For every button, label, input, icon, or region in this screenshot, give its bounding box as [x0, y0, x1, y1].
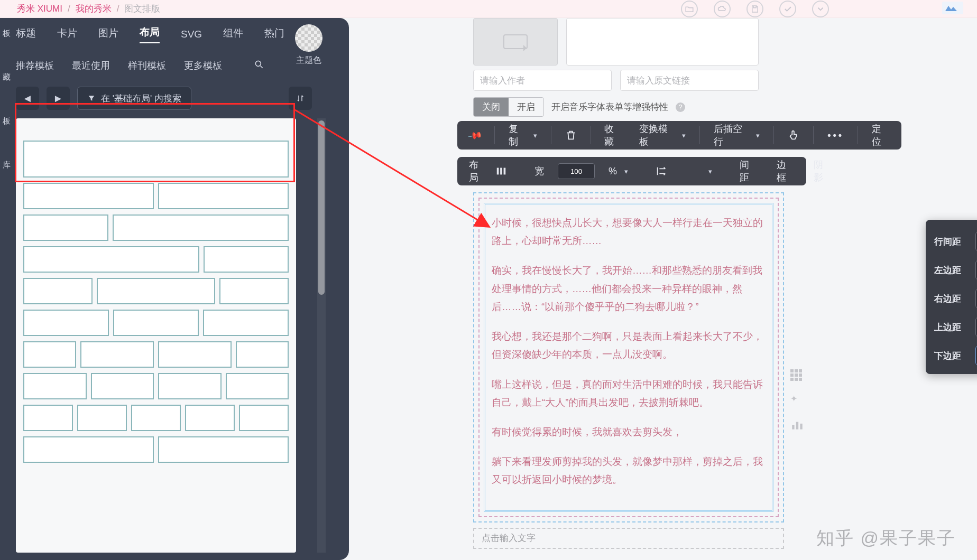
border-button[interactable]: 边框 — [773, 156, 789, 186]
folder-icon[interactable] — [681, 1, 698, 17]
copy-button[interactable]: 复制 — [505, 120, 540, 150]
enhance-label: 开启音乐字体表单等增强特性 — [551, 101, 668, 113]
layout-template[interactable] — [23, 405, 289, 431]
delete-button[interactable] — [562, 127, 580, 143]
nav-back-button[interactable]: ◄ — [16, 87, 39, 110]
crumb-mine[interactable]: 我的秀米 — [76, 3, 112, 15]
tab-title[interactable]: 标题 — [16, 26, 36, 43]
article-p[interactable]: 有时候觉得累的时候，我就喜欢去剪头发， — [492, 423, 766, 441]
article-p[interactable]: 躺下来看理发师剪掉我的头发，就像梦中那样，剪掉之后，我又可以折返回小时候的梦境。 — [492, 453, 766, 489]
svg-rect-8 — [800, 424, 802, 430]
svg-point-1 — [255, 61, 261, 66]
crumb-current: 图文排版 — [124, 3, 160, 15]
layout-template[interactable] — [23, 278, 289, 304]
article-p[interactable]: 我心想，我还是那个二狗啊，只是表面上看起来长大了不少，但资深傻缺少年的本质，一点… — [492, 328, 766, 363]
layout-label: 布局 — [466, 156, 482, 186]
width-label: 宽 — [531, 163, 547, 180]
title-input[interactable] — [566, 18, 759, 66]
favorite-button[interactable]: 收藏 — [601, 120, 625, 150]
cloud-icon[interactable] — [714, 1, 731, 17]
layout-template[interactable] — [23, 341, 289, 368]
svg-rect-3 — [497, 168, 499, 175]
footer-text-placeholder[interactable]: 点击输入文字 — [473, 528, 784, 549]
enhance-toggle[interactable]: 关闭 开启 — [473, 97, 544, 117]
subtab-recent[interactable]: 最近使用 — [72, 59, 110, 72]
save-icon[interactable] — [746, 1, 763, 17]
watermark: 知乎 @果子果子 — [816, 526, 956, 550]
brand-logo — [942, 2, 963, 14]
top-breadcrumb: 秀米 XIUMI / 我的秀米 / 图文排版 — [0, 0, 977, 18]
tab-layout[interactable]: 布局 — [140, 25, 160, 43]
slim-tab-2[interactable]: 板 — [3, 116, 11, 126]
layout-template[interactable] — [23, 246, 289, 273]
pin-icon[interactable]: 📌 — [463, 124, 486, 147]
layout-template[interactable] — [23, 373, 289, 399]
swap-template-button[interactable]: 变换模板 — [636, 120, 689, 150]
theme-color-swatch[interactable] — [295, 24, 322, 52]
nav-fwd-button[interactable]: ► — [47, 87, 70, 110]
subtab-more[interactable]: 更多模板 — [184, 59, 222, 72]
more-icon[interactable]: ••• — [824, 128, 847, 143]
bars-icon[interactable] — [790, 418, 804, 432]
article-p[interactable]: 确实，我在慢慢长大了，我开始……和那些熟悉的朋友看到我处理事情的方式，……他们都… — [492, 262, 766, 316]
insert-blank-button[interactable]: 后插空行 — [711, 120, 763, 150]
article-p[interactable]: 嘴上这样说，但是，真的面对生活中困难的时候，我只能告诉自己，戴上“大人”的面具出… — [492, 376, 766, 412]
tab-image[interactable]: 图片 — [98, 26, 118, 43]
slim-tab-0[interactable]: 板 — [3, 29, 11, 39]
pad-top-label: 上边距 — [934, 321, 968, 333]
layout-template[interactable] — [23, 310, 289, 336]
locate-button[interactable]: 定位 — [869, 120, 893, 150]
layout-search-pill[interactable]: 在 '基础布局' 内搜索 — [77, 87, 191, 110]
article-p[interactable]: 小时候，很想快点儿长大，想要像大人一样行走在一天独立的路上，心却时常无所…… — [492, 214, 766, 250]
tab-svg[interactable]: SVG — [181, 29, 202, 43]
subtab-sample[interactable]: 样刊模板 — [128, 59, 166, 72]
tab-widget[interactable]: 组件 — [223, 26, 243, 43]
cover-image-placeholder[interactable] — [473, 18, 558, 66]
layout-template[interactable] — [23, 436, 289, 463]
svg-rect-5 — [504, 168, 506, 175]
subtab-recommend[interactable]: 推荐模板 — [16, 59, 54, 72]
slim-tab-3[interactable]: 库 — [3, 160, 11, 170]
layout-template[interactable] — [23, 183, 289, 209]
align-icon[interactable] — [652, 163, 670, 179]
template-scrollbar[interactable] — [317, 118, 326, 553]
tab-card[interactable]: 卡片 — [57, 26, 77, 43]
pad-bottom-label: 下边距 — [934, 350, 968, 362]
bg-color-dd[interactable] — [702, 165, 715, 178]
pad-left-label: 左边距 — [934, 264, 968, 276]
lineheight-label: 行间距 — [934, 236, 968, 248]
dropdown-icon[interactable] — [812, 1, 829, 17]
search-icon[interactable] — [254, 59, 264, 72]
tab-hot[interactable]: 热门 — [264, 26, 284, 43]
source-link-input[interactable]: 请输入原文链接 — [620, 70, 759, 91]
enhance-on[interactable]: 开启 — [509, 98, 543, 116]
shadow-button[interactable]: 阴影 — [810, 156, 826, 186]
layout-template-list — [16, 118, 296, 553]
sort-button[interactable] — [289, 87, 312, 110]
layout-template[interactable] — [23, 214, 289, 241]
layout-template[interactable] — [23, 141, 289, 178]
crumb-app[interactable]: 秀米 XIUMI — [17, 3, 62, 15]
help-icon[interactable]: ? — [676, 102, 685, 112]
layout-search-text: 在 '基础布局' 内搜索 — [101, 92, 181, 105]
spacing-popover: 行间距 1.60倍 左边距 10像素 右边距 10像素 上边距 10像素 下边距… — [926, 220, 977, 374]
width-input[interactable] — [558, 163, 595, 179]
pointer-icon[interactable] — [785, 127, 803, 143]
enhance-off[interactable]: 关闭 — [474, 98, 509, 116]
columns-icon[interactable] — [492, 163, 510, 179]
check-icon[interactable] — [779, 1, 796, 17]
svg-rect-6 — [792, 425, 794, 430]
filter-icon — [87, 94, 96, 102]
spacing-button[interactable]: 间距 — [736, 156, 752, 186]
selected-layout-block[interactable]: 小时候，很想快点儿长大，想要像大人一样行走在一天独立的路上，心却时常无所…… 确… — [473, 192, 784, 522]
svg-rect-7 — [796, 422, 798, 430]
width-unit[interactable]: % — [605, 164, 631, 179]
pad-right-label: 右边距 — [934, 293, 968, 305]
theme-color-label: 主题色 — [288, 55, 330, 66]
slim-tab-1[interactable]: 藏 — [3, 72, 11, 82]
grid-icon[interactable] — [790, 369, 804, 383]
svg-rect-4 — [500, 168, 502, 175]
sparkle-icon[interactable]: ✦ — [790, 394, 804, 407]
author-input[interactable]: 请输入作者 — [473, 70, 612, 91]
